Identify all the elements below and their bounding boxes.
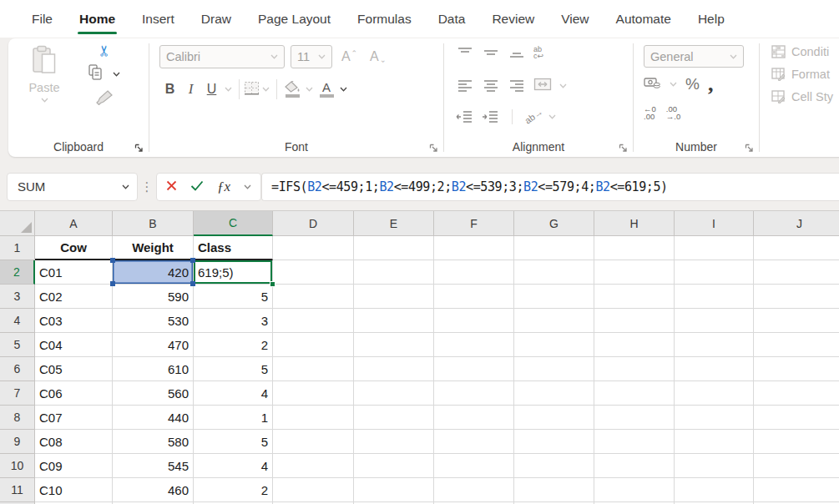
cell-I5[interactable]	[675, 333, 754, 357]
cell-B3[interactable]: 590	[113, 285, 194, 309]
alignment-dialog-launcher-icon[interactable]	[619, 144, 628, 153]
cell-J2[interactable]	[754, 260, 839, 285]
wrap-text-button[interactable]: abc↩	[533, 46, 552, 59]
cell-A9[interactable]: C08	[35, 430, 113, 454]
paste-button[interactable]: Paste	[20, 45, 68, 103]
number-format-combo[interactable]: General	[644, 45, 744, 68]
clipboard-dialog-launcher-icon[interactable]	[134, 144, 144, 153]
cell-A5[interactable]: C04	[35, 333, 113, 357]
cell-B8[interactable]: 440	[113, 406, 194, 430]
cell-D3[interactable]	[273, 285, 354, 309]
cell-I6[interactable]	[675, 357, 754, 381]
menu-item-review[interactable]: Review	[478, 0, 548, 38]
cell-G5[interactable]	[514, 333, 594, 357]
cell-J10[interactable]	[754, 454, 839, 478]
borders-button[interactable]	[244, 81, 260, 98]
cell-H6[interactable]	[594, 357, 675, 381]
cell-G9[interactable]	[514, 430, 594, 454]
cell-D5[interactable]	[273, 333, 354, 357]
align-middle-button[interactable]	[482, 46, 500, 59]
increase-font-size-button[interactable]: A⌃	[338, 46, 361, 68]
cell-C5[interactable]: 2	[194, 333, 273, 357]
cell-J1[interactable]	[754, 236, 839, 260]
fill-color-button[interactable]	[281, 78, 303, 100]
cell-B1[interactable]: Weight	[113, 236, 194, 260]
cell-H1[interactable]	[594, 236, 675, 260]
row-header-4[interactable]: 4	[0, 309, 35, 333]
name-box[interactable]: SUM	[7, 173, 138, 201]
selection-handle-tr[interactable]	[190, 258, 195, 263]
cell-I7[interactable]	[675, 381, 754, 406]
cell-H9[interactable]	[594, 430, 675, 454]
cell-C3[interactable]: 5	[194, 285, 273, 309]
selection-handle-bl[interactable]	[110, 281, 115, 286]
cell-G11[interactable]	[514, 478, 594, 502]
align-center-button[interactable]	[482, 79, 500, 93]
increase-indent-button[interactable]	[482, 110, 500, 123]
formula-input[interactable]: =IFS(B2<=459;1;B2<=499;2;B2<=539;3;B2<=5…	[261, 173, 839, 201]
align-top-button[interactable]	[456, 46, 474, 59]
italic-button[interactable]: I	[180, 78, 201, 100]
cell-E3[interactable]	[354, 285, 434, 309]
menu-item-draw[interactable]: Draw	[188, 0, 245, 38]
cell-D7[interactable]	[273, 381, 354, 406]
cell-G2[interactable]	[514, 260, 594, 285]
row-header-8[interactable]: 8	[0, 406, 35, 430]
cell-G3[interactable]	[514, 285, 594, 309]
cell-C6[interactable]: 5	[194, 357, 273, 381]
cell-B4[interactable]: 530	[113, 309, 194, 333]
cancel-button[interactable]	[166, 179, 177, 194]
fill-color-chevron-icon[interactable]	[306, 87, 313, 92]
orientation-button[interactable]: ab→	[523, 108, 542, 125]
cell-F2[interactable]	[434, 260, 514, 285]
cell-I3[interactable]	[675, 285, 754, 309]
cell-E11[interactable]	[354, 478, 434, 502]
cell-G6[interactable]	[514, 357, 594, 381]
cell-E9[interactable]	[354, 430, 434, 454]
cell-styles-button[interactable]: Cell Sty	[771, 90, 833, 103]
cell-E1[interactable]	[354, 236, 434, 260]
format-painter-button[interactable]	[96, 90, 114, 108]
selection-handle-br[interactable]	[190, 281, 195, 286]
cell-F4[interactable]	[434, 309, 514, 333]
cell-H8[interactable]	[594, 406, 675, 430]
cell-J11[interactable]	[754, 478, 839, 502]
merge-center-button[interactable]	[533, 78, 552, 94]
cell-J4[interactable]	[754, 309, 839, 333]
cell-D11[interactable]	[273, 478, 354, 502]
underline-chevron-icon[interactable]	[225, 87, 232, 92]
cell-F11[interactable]	[434, 478, 514, 502]
cell-A8[interactable]: C07	[35, 406, 113, 430]
cell-B7[interactable]: 560	[113, 381, 194, 406]
row-header-2[interactable]: 2	[0, 260, 35, 285]
enter-button[interactable]	[190, 179, 204, 194]
font-color-chevron-icon[interactable]	[340, 87, 347, 92]
column-header-G[interactable]: G	[514, 211, 594, 236]
cell-E5[interactable]	[354, 333, 434, 357]
cell-F5[interactable]	[434, 333, 514, 357]
cell-D8[interactable]	[273, 406, 354, 430]
cell-I11[interactable]	[675, 478, 754, 502]
menu-item-automate[interactable]: Automate	[603, 0, 685, 38]
menu-item-help[interactable]: Help	[685, 0, 738, 38]
percent-style-button[interactable]: %	[685, 75, 700, 93]
cell-J3[interactable]	[754, 285, 839, 309]
cell-G8[interactable]	[514, 406, 594, 430]
number-dialog-launcher-icon[interactable]	[745, 144, 754, 153]
row-header-3[interactable]: 3	[0, 285, 35, 309]
cell-H4[interactable]	[594, 309, 675, 333]
fill-handle[interactable]	[270, 281, 275, 287]
cell-H2[interactable]	[594, 260, 675, 285]
cell-B2[interactable]: 420	[113, 260, 194, 285]
conditional-formatting-button[interactable]: Conditi	[771, 45, 833, 58]
column-header-E[interactable]: E	[354, 211, 434, 236]
cell-B6[interactable]: 610	[113, 357, 194, 381]
cell-E8[interactable]	[354, 406, 434, 430]
decrease-font-size-button[interactable]: A⌃	[366, 46, 389, 68]
cell-D6[interactable]	[273, 357, 354, 381]
cell-G1[interactable]	[514, 236, 594, 260]
cell-J5[interactable]	[754, 333, 839, 357]
cell-H3[interactable]	[594, 285, 675, 309]
font-size-combo[interactable]: 11	[291, 45, 332, 68]
row-header-10[interactable]: 10	[0, 454, 35, 478]
